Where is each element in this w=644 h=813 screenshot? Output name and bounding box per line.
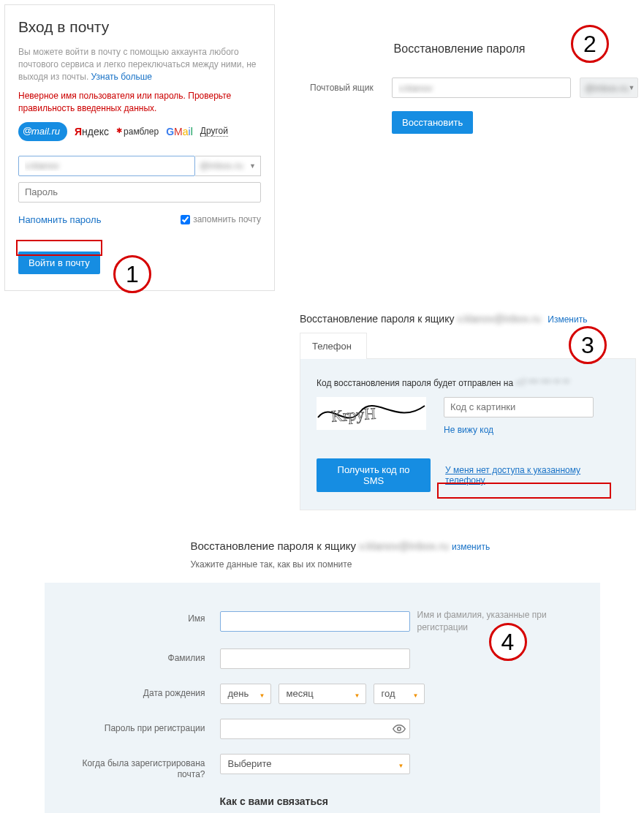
recovery-domain-select[interactable]: @inbox.ru ▼ <box>580 77 638 98</box>
phone-header: Восстановление пароля к ящику v.klanov@i… <box>300 313 636 325</box>
phone-change-link[interactable]: Изменить <box>548 314 587 325</box>
full-header: Восстановление пароля к ящику v.klanov@i… <box>191 540 600 552</box>
full-change-link[interactable]: изменить <box>452 542 490 552</box>
captcha-right: Не вижу код <box>444 397 594 435</box>
when-label: Когда была зарегистрирована почта? <box>74 754 220 781</box>
phone-msg-prefix: Код восстановления пароля будет отправле… <box>317 378 513 388</box>
recovery-domain-value: @inbox.ru <box>585 83 628 94</box>
domain-select[interactable]: @inbox.ru ▼ <box>195 156 261 176</box>
remember-checkbox[interactable] <box>181 215 190 224</box>
phone-header-prefix: Восстановление пароля к ящику <box>300 313 454 325</box>
when-select[interactable]: Выберите ▼ <box>220 754 410 774</box>
recovery-button[interactable]: Восстановить <box>392 111 473 134</box>
recovery-panel: Восстановление пароля Почтовый ящик @inb… <box>281 4 638 134</box>
recovery-email-input[interactable] <box>392 77 571 98</box>
captcha-image: KrpyH <box>317 397 426 430</box>
login-intro: Вы можете войти в почту с помощью аккаун… <box>18 46 261 83</box>
remember-label[interactable]: запомнить почту <box>181 214 261 224</box>
remind-password-link[interactable]: Напомнить пароль <box>18 214 101 225</box>
full-header-email: v.klanov@inbox.ru <box>359 540 449 552</box>
no-phone-access-link[interactable]: У меня нет доступа к указанному телефону <box>445 465 619 485</box>
provider-other[interactable]: Другой <box>200 126 228 137</box>
phone-msg: Код восстановления пароля будет отправле… <box>317 378 619 388</box>
login-button[interactable]: Войти в почту <box>18 252 100 274</box>
tab-phone[interactable]: Телефон <box>300 333 367 359</box>
phone-recovery-panel: Восстановление пароля к ящику v.klanov@i… <box>300 313 636 510</box>
dob-day-value: день <box>228 688 249 699</box>
login-below-row: Напомнить пароль запомнить почту <box>18 214 261 225</box>
domain-value: @inbox.ru <box>200 160 243 171</box>
dob-year-select[interactable]: год▼ <box>374 684 425 704</box>
dob-year-value: год <box>382 688 395 699</box>
row-regpwd: Пароль при регистрации <box>74 719 571 739</box>
annotation-2: 2 <box>571 25 609 63</box>
annotation-4: 4 <box>489 623 527 661</box>
phone-actions: Получить код по SMS У меня нет доступа к… <box>317 458 619 492</box>
regpwd-input[interactable] <box>220 719 410 739</box>
svg-text:KrpyH: KrpyH <box>330 404 376 426</box>
provider-row: mail.ru Яндекс рамблер GMail Другой <box>18 122 261 141</box>
chevron-down-icon: ▼ <box>260 692 265 699</box>
provider-gmail[interactable]: GMail <box>166 126 193 137</box>
name-input[interactable] <box>220 611 410 632</box>
full-recovery-panel: Восстановление пароля к ящику v.klanov@i… <box>45 540 600 813</box>
chevron-down-icon: ▼ <box>413 692 419 699</box>
name-label: Имя <box>74 609 220 625</box>
get-sms-button[interactable]: Получить код по SMS <box>317 458 431 492</box>
phone-header-email: v.klanov@inbox.ru <box>457 313 545 325</box>
recovery-submit-row: Восстановить <box>281 111 638 134</box>
captcha-row: KrpyH Не вижу код <box>317 397 619 435</box>
gmail-a: a <box>183 126 189 137</box>
surname-input[interactable] <box>220 648 410 669</box>
yandex-rest: ндекс <box>82 126 109 137</box>
surname-label: Фамилия <box>74 648 220 665</box>
gmail-m: M <box>174 126 183 137</box>
password-row <box>18 182 261 203</box>
provider-yandex[interactable]: Яндекс <box>75 126 109 137</box>
dob-label: Дата рождения <box>74 684 220 700</box>
when-value: Выберите <box>228 758 272 769</box>
login-panel: Вход в почту Вы можете войти в почту с п… <box>4 4 275 291</box>
full-header-prefix: Восстановление пароля к ящику <box>191 540 357 552</box>
phone-msg-number: +7 *** *** ** ** <box>515 378 581 388</box>
full-subtitle: Укажите данные так, как вы их помните <box>191 559 600 570</box>
dob-day-select[interactable]: день▼ <box>220 684 271 704</box>
remember-text: запомнить почту <box>193 214 261 224</box>
login-error: Неверное имя пользователя или пароль. Пр… <box>18 90 261 115</box>
learn-more-link[interactable]: Узнать больше <box>91 72 152 82</box>
recovery-email-row: Почтовый ящик @inbox.ru ▼ <box>281 77 638 98</box>
eye-icon[interactable] <box>393 722 406 738</box>
chevron-down-icon: ▼ <box>249 162 256 170</box>
annotation-1: 1 <box>113 255 151 293</box>
row-when: Когда была зарегистрирована почта? Выбер… <box>74 754 571 781</box>
svg-point-1 <box>397 727 401 730</box>
captcha-input[interactable] <box>444 397 594 417</box>
name-hint: Имя и фамилия, указанные при регистрации <box>417 609 549 634</box>
contact-heading: Как с вами связаться <box>220 795 571 807</box>
password-input[interactable] <box>18 182 261 203</box>
dob-month-value: месяц <box>287 688 314 699</box>
username-input[interactable] <box>18 156 195 176</box>
login-title: Вход в почту <box>18 18 261 36</box>
gmail-g: G <box>166 126 174 137</box>
regpwd-label: Пароль при регистрации <box>74 719 220 735</box>
gmail-l: l <box>191 126 193 137</box>
phone-body: Код восстановления пароля будет отправле… <box>300 358 636 510</box>
full-body: Имя Имя и фамилия, указанные при регистр… <box>45 583 600 813</box>
row-dob: Дата рождения день▼ месяц▼ год▼ <box>74 684 571 704</box>
chevron-down-icon: ▼ <box>398 763 404 769</box>
recovery-email-label: Почтовый ящик <box>310 83 383 93</box>
annotation-3: 3 <box>569 326 607 364</box>
dob-month-select[interactable]: месяц▼ <box>279 684 366 704</box>
chevron-down-icon: ▼ <box>628 84 634 91</box>
cant-see-code-link[interactable]: Не вижу код <box>444 425 493 435</box>
provider-mailru[interactable]: mail.ru <box>18 122 67 141</box>
username-row: @inbox.ru ▼ <box>18 156 261 176</box>
provider-rambler[interactable]: рамблер <box>116 126 159 137</box>
chevron-down-icon: ▼ <box>355 692 360 699</box>
yandex-ya: Я <box>75 126 82 137</box>
